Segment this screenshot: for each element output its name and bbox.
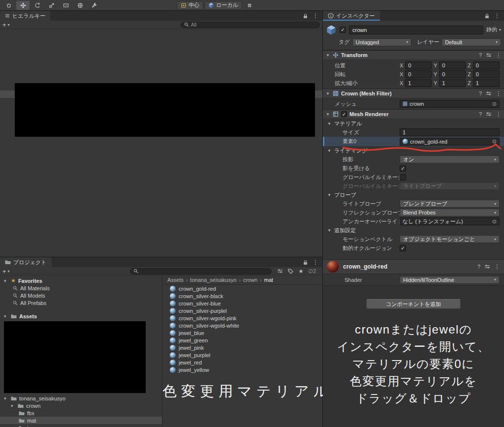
mesh-object-field[interactable]: crown ⊙ — [400, 100, 500, 108]
component-menu-icon[interactable]: ⋮ — [496, 111, 502, 118]
help-icon[interactable]: ? — [479, 91, 482, 96]
dynamic-occlusion-checkbox[interactable]: ✓ — [400, 245, 406, 251]
folder-row-tex[interactable]: tex — [0, 424, 162, 427]
file-row[interactable]: crown_silver-wgold-pink — [162, 314, 322, 322]
add-component-button[interactable]: コンポーネントを追加 — [366, 299, 461, 309]
search-by-label-icon[interactable] — [288, 269, 293, 274]
light-probes-dropdown[interactable]: ブレンドプローブ ▾ — [400, 200, 500, 208]
object-picker-icon[interactable]: ⊙ — [492, 218, 497, 225]
help-icon[interactable]: ? — [477, 264, 480, 270]
file-row[interactable]: jewel_green — [162, 336, 322, 344]
component-menu-icon[interactable]: ⋮ — [496, 52, 502, 59]
scale-y-field[interactable]: 1 — [439, 79, 466, 87]
create-caret-icon[interactable]: ▾ — [8, 269, 10, 274]
help-icon[interactable]: ? — [479, 111, 482, 117]
foldout-icon[interactable]: ▾ — [325, 91, 330, 96]
lock-icon[interactable] — [303, 13, 308, 19]
folder-row-crown[interactable]: ▾ crown — [0, 402, 162, 409]
file-row[interactable]: crown_silver-wgold-white — [162, 322, 322, 329]
saved-search-star-icon[interactable]: ★ — [298, 268, 303, 274]
hidden-count-badge[interactable]: ∅2 — [308, 268, 316, 274]
additional-settings-foldout[interactable]: ▾ 追加設定 — [323, 226, 504, 235]
tab-hierarchy[interactable]: ヒエラルキー — [0, 11, 50, 21]
help-icon[interactable]: ? — [479, 52, 482, 58]
space-toggle-button[interactable]: ローカル — [204, 1, 242, 10]
materials-element0-row[interactable]: 要素0 crown_gold-red ⊙ — [323, 137, 504, 146]
tab-project[interactable]: プロジェクト — [0, 257, 52, 267]
folder-row-fbx[interactable]: fbx — [0, 409, 162, 417]
foldout-icon[interactable]: ▾ — [4, 314, 8, 319]
presets-icon[interactable] — [486, 112, 492, 117]
component-enabled-checkbox[interactable]: ✓ — [341, 111, 347, 117]
lock-icon[interactable] — [485, 13, 489, 19]
materials-foldout[interactable]: ▾ マテリアル — [323, 119, 504, 128]
assets-root-row[interactable]: ▾ Assets — [0, 312, 162, 320]
create-button[interactable]: + — [2, 268, 6, 274]
favorite-all-prefabs[interactable]: All Prefabs — [0, 299, 162, 306]
grid-snap-button[interactable] — [243, 1, 256, 10]
motion-vectors-dropdown[interactable]: オブジェクトモーションごと ▾ — [400, 235, 500, 243]
foldout-icon[interactable]: ▾ — [4, 396, 8, 401]
foldout-icon[interactable]: ▾ — [4, 278, 8, 283]
tab-inspector[interactable]: インスペクター — [323, 11, 380, 21]
folder-row-tonana[interactable]: ▾ tonana_seisakusyo — [0, 395, 162, 402]
create-caret-icon[interactable]: ▾ — [8, 23, 10, 27]
search-by-type-icon[interactable] — [277, 269, 283, 274]
element0-material-field[interactable]: crown_gold-red ⊙ — [400, 138, 500, 146]
probes-foldout[interactable]: ▾ プローブ — [323, 190, 504, 199]
favorite-all-materials[interactable]: All Materials — [0, 284, 162, 292]
shader-dropdown[interactable]: Hidden/lilToonOutline ▾ — [400, 276, 500, 284]
hand-tool-button[interactable] — [2, 1, 15, 10]
foldout-icon[interactable]: ▾ — [325, 53, 330, 58]
position-z-field[interactable]: 0 — [473, 61, 500, 69]
lighting-foldout[interactable]: ▾ ライティング — [323, 146, 504, 155]
panel-menu-icon[interactable]: ⋮ — [313, 12, 318, 19]
receive-shadows-checkbox[interactable]: ✓ — [400, 165, 406, 172]
cast-shadows-dropdown[interactable]: オン ▾ — [400, 155, 500, 163]
object-picker-icon[interactable]: ⊙ — [492, 138, 497, 145]
component-menu-icon[interactable]: ⋮ — [494, 263, 500, 270]
custom-tools-button[interactable] — [88, 1, 101, 10]
material-preview-header[interactable]: crown_gold-red ? ⋮ — [323, 259, 504, 274]
file-row[interactable]: crown_silver-purplel — [162, 307, 322, 314]
breadcrumb-segment-current[interactable]: mat — [264, 277, 273, 283]
mesh-renderer-component-header[interactable]: ▾ ✓ Mesh Renderer ? ⋮ — [323, 109, 504, 119]
rotation-y-field[interactable]: 0 — [439, 70, 466, 78]
static-dropdown[interactable]: 静的 ▾ — [486, 26, 501, 33]
object-name-field[interactable]: crown — [349, 26, 483, 34]
file-row[interactable]: jewel_yellow — [162, 366, 322, 373]
position-y-field[interactable]: 0 — [439, 61, 466, 69]
move-tool-button[interactable] — [16, 1, 30, 10]
panel-menu-icon[interactable]: ⋮ — [313, 259, 318, 266]
gi-contribute-checkbox[interactable] — [400, 174, 406, 181]
scale-z-field[interactable]: 1 — [473, 79, 500, 87]
scale-tool-button[interactable] — [45, 1, 58, 10]
component-menu-icon[interactable]: ⋮ — [496, 90, 502, 97]
breadcrumb-segment[interactable]: Assets — [167, 277, 184, 283]
layer-dropdown[interactable]: Default ▾ — [441, 38, 501, 46]
file-row[interactable]: jewel_purplel — [162, 351, 322, 359]
folder-row-mat[interactable]: mat — [0, 417, 162, 424]
favorites-header[interactable]: ▾ ★ Favorites — [0, 277, 162, 284]
pivot-toggle-button[interactable]: 中心 — [177, 1, 203, 10]
mesh-filter-component-header[interactable]: ▾ Crown (Mesh Filter) ? ⋮ — [323, 89, 504, 98]
rect-tool-button[interactable] — [59, 1, 72, 10]
object-picker-icon[interactable]: ⊙ — [492, 101, 497, 107]
scale-x-field[interactable]: 1 — [405, 79, 432, 87]
panel-menu-icon[interactable]: ⋮ — [494, 12, 500, 19]
presets-icon[interactable] — [486, 53, 492, 58]
transform-tool-button[interactable] — [73, 1, 87, 10]
create-button[interactable]: + — [2, 22, 6, 28]
foldout-icon[interactable]: ▾ — [11, 403, 15, 408]
active-checkbox[interactable]: ✓ — [340, 27, 346, 33]
project-search-input[interactable] — [130, 268, 272, 274]
hierarchy-search-input[interactable]: All — [181, 22, 320, 28]
rotate-tool-button[interactable] — [31, 1, 44, 10]
rotation-x-field[interactable]: 0 — [405, 70, 432, 78]
transform-component-header[interactable]: ▾ Transform ? ⋮ — [323, 50, 504, 60]
presets-icon[interactable] — [484, 264, 490, 269]
materials-size-field[interactable]: 1 — [400, 128, 500, 136]
position-x-field[interactable]: 0 — [405, 61, 432, 69]
breadcrumb-segment[interactable]: crown — [243, 277, 257, 283]
tag-dropdown[interactable]: Untagged ▾ — [352, 38, 412, 46]
